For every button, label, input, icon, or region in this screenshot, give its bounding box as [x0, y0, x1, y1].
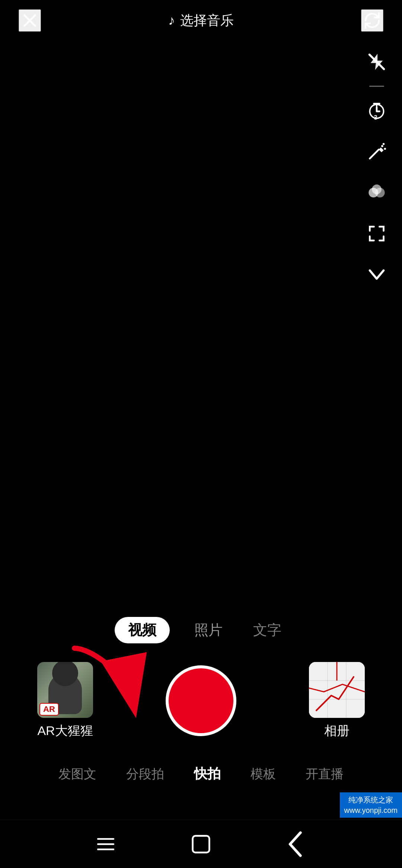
album-preview-image	[309, 662, 365, 718]
tab-quick[interactable]: 快拍	[190, 762, 224, 786]
tab-segment[interactable]: 分段拍	[122, 763, 168, 786]
expand-button[interactable]	[363, 261, 390, 288]
camera-controls: AR AR大猩猩 相册	[0, 662, 402, 739]
top-bar: ♪ 选择音乐	[0, 0, 402, 41]
svg-point-15	[372, 184, 382, 194]
tab-post[interactable]: 发图文	[55, 763, 100, 786]
tab-live[interactable]: 开直播	[302, 763, 347, 786]
music-title-bar[interactable]: ♪ 选择音乐	[168, 12, 234, 30]
bottom-section: 视频 照片 文字 AR AR大猩猩	[0, 617, 402, 793]
tab-template[interactable]: 模板	[247, 763, 280, 786]
svg-rect-26	[193, 836, 210, 852]
scan-button[interactable]	[363, 220, 390, 247]
gorilla-head	[52, 662, 78, 686]
watermark: 纯净系统之家 www.yonpji.com	[340, 792, 402, 818]
svg-text:3: 3	[374, 114, 377, 120]
nav-back-button[interactable]	[286, 834, 307, 855]
svg-line-9	[370, 149, 379, 158]
timer-button[interactable]: 3	[363, 97, 390, 124]
beauty-button[interactable]	[363, 138, 390, 165]
icon-divider	[369, 86, 384, 87]
ar-label: AR大猩猩	[37, 722, 93, 739]
album-label: 相册	[324, 722, 350, 739]
right-icon-bar: 3	[363, 48, 390, 288]
shutter-button[interactable]	[166, 665, 236, 736]
refresh-button[interactable]	[361, 9, 383, 32]
music-note-icon: ♪	[168, 13, 175, 28]
svg-point-11	[384, 148, 386, 150]
ar-thumb-image: AR	[37, 662, 93, 718]
tab-text[interactable]: 文字	[247, 618, 287, 643]
watermark-line1: 纯净系统之家	[344, 795, 398, 805]
tab-video[interactable]: 视频	[115, 617, 170, 643]
filter-button[interactable]	[363, 179, 390, 206]
flash-toggle-button[interactable]	[363, 48, 390, 75]
tab-photo[interactable]: 照片	[188, 618, 229, 643]
system-nav-bar	[0, 820, 402, 868]
svg-point-10	[381, 145, 383, 147]
bottom-nav-tabs: 发图文 分段拍 快拍 模板 开直播	[0, 762, 402, 793]
music-title-text: 选择音乐	[180, 12, 234, 30]
nav-menu-button[interactable]	[95, 834, 116, 855]
album-thumbnail[interactable]: 相册	[309, 662, 365, 739]
ar-badge: AR	[39, 703, 59, 716]
close-button[interactable]	[19, 9, 41, 32]
ar-gorilla-thumbnail[interactable]: AR AR大猩猩	[37, 662, 93, 739]
mode-tabs: 视频 照片 文字	[0, 617, 402, 643]
svg-point-12	[383, 143, 385, 145]
nav-home-button[interactable]	[191, 834, 211, 855]
watermark-line2: www.yonpji.com	[344, 805, 398, 815]
